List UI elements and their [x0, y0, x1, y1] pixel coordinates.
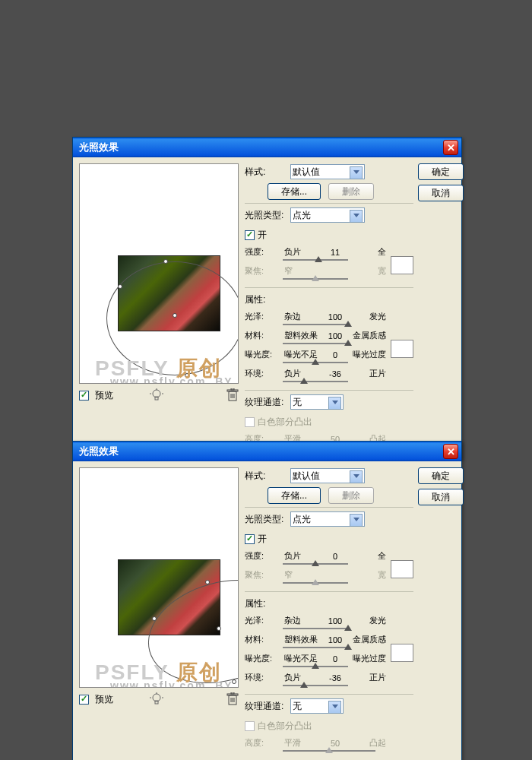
exposure-label: 曝光度:: [245, 349, 283, 360]
height-label: 高度:: [245, 737, 283, 749]
trash-icon[interactable]: [226, 388, 239, 402]
light-handle[interactable]: [173, 313, 177, 318]
preview-label: 预览: [95, 389, 113, 402]
dialog-body: PSFLY 原创教程 www.psfly.com BY ARLEE 预览 样式:…: [73, 157, 461, 458]
white-high-checkbox: [245, 417, 255, 427]
watermark: www.psfly.com BY ARLEE: [110, 679, 238, 688]
light-handle[interactable]: [163, 259, 168, 264]
ambience-color-swatch[interactable]: [391, 340, 413, 358]
texture-select[interactable]: 无: [290, 698, 344, 714]
titlebar[interactable]: 光照效果 ✕: [73, 138, 461, 157]
controls: 样式: 默认值 存储... 删除 光照类型: 点光 开 强度:负片0全: [245, 467, 413, 756]
save-button[interactable]: 存储...: [268, 487, 321, 504]
ambience-label: 环境:: [245, 672, 283, 683]
delete-button[interactable]: 删除: [328, 183, 374, 200]
light-color-swatch[interactable]: [391, 560, 413, 578]
bulb-icon[interactable]: [150, 388, 163, 402]
ambience-label: 环境:: [245, 368, 283, 379]
lighting-effects-dialog-1: 光照效果 ✕ PSFLY 原创教程 www.psfly.com BY ARLEE…: [72, 137, 462, 459]
preview-frame[interactable]: PSFLY 原创教程 www.psfly.com BY ARLEE: [79, 467, 239, 688]
focus-slider: [283, 582, 348, 584]
style-select[interactable]: 默认值: [290, 468, 365, 483]
light-handle[interactable]: [118, 284, 122, 289]
texture-label: 纹理通道:: [245, 396, 287, 409]
preview-column: PSFLY 原创教程 www.psfly.com BY ARLEE 预览: [79, 163, 239, 452]
preview-column: PSFLY 原创教程 www.psfly.com BY ARLEE 预览: [79, 467, 239, 756]
height-slider: [283, 750, 375, 752]
controls-column: 样式: 默认值 存储... 删除 光照类型: 点光 开 强度:负片11全: [245, 163, 464, 452]
gloss-slider[interactable]: [283, 324, 348, 325]
focus-label: 聚焦:: [245, 265, 283, 277]
preview-toolbar: 预览: [79, 692, 239, 706]
light-handle[interactable]: [205, 580, 210, 584]
save-button[interactable]: 存储...: [268, 183, 321, 200]
controls-column: 样式: 默认值 存储... 删除 光照类型: 点光 开 强度:负片0全: [245, 467, 464, 756]
trash-icon[interactable]: [226, 692, 239, 706]
material-label: 材料:: [245, 634, 283, 645]
preview-checkbox[interactable]: [79, 695, 89, 705]
material-slider[interactable]: [283, 647, 348, 648]
material-label: 材料:: [245, 330, 283, 341]
cancel-button[interactable]: 取消: [418, 489, 464, 505]
on-checkbox[interactable]: [245, 230, 255, 240]
titlebar[interactable]: 光照效果 ✕: [73, 442, 461, 461]
watermark: www.psfly.com BY ARLEE: [110, 375, 238, 384]
controls: 样式: 默认值 存储... 删除 光照类型: 点光 开 强度:负片11全: [245, 163, 413, 452]
properties-label: 属性:: [245, 597, 265, 610]
button-column: 确定 取消: [418, 467, 464, 756]
dialog-title: 光照效果: [79, 141, 443, 154]
lighting-effects-dialog-2: 光照效果 ✕ PSFLY 原创教程 www.psfly.com BY ARLEE…: [72, 441, 462, 760]
cancel-button[interactable]: 取消: [418, 185, 464, 201]
preview-label: 预览: [95, 693, 113, 706]
light-handle[interactable]: [152, 616, 157, 621]
intensity-slider[interactable]: [283, 563, 348, 565]
intensity-slider[interactable]: [283, 259, 348, 261]
exposure-slider[interactable]: [283, 666, 348, 667]
ambience-color-swatch[interactable]: [391, 644, 413, 662]
light-color-swatch[interactable]: [391, 256, 413, 274]
white-high-label: 白色部分凸出: [258, 720, 312, 733]
ambience-slider[interactable]: [283, 381, 348, 382]
on-label: 开: [258, 533, 267, 546]
focus-label: 聚焦:: [245, 569, 283, 581]
intensity-label: 强度:: [245, 550, 283, 562]
gloss-label: 光泽:: [245, 311, 283, 322]
preview-toolbar: 预览: [79, 388, 239, 402]
light-handle[interactable]: [217, 626, 221, 631]
preview-checkbox[interactable]: [79, 391, 89, 401]
light-type-select[interactable]: 点光: [290, 207, 365, 223]
on-checkbox[interactable]: [245, 534, 255, 544]
texture-select[interactable]: 无: [290, 394, 344, 410]
svg-rect-18: [231, 692, 234, 694]
ambience-slider[interactable]: [283, 685, 348, 686]
svg-rect-7: [231, 388, 234, 390]
texture-label: 纹理通道:: [245, 700, 287, 713]
white-high-checkbox: [245, 721, 255, 731]
bulb-icon[interactable]: [150, 692, 163, 706]
gloss-label: 光泽:: [245, 615, 283, 626]
exposure-slider[interactable]: [283, 362, 348, 363]
style-label: 样式:: [245, 166, 287, 179]
delete-button[interactable]: 删除: [328, 487, 374, 504]
style-select[interactable]: 默认值: [290, 164, 365, 179]
close-icon[interactable]: ✕: [443, 140, 458, 155]
dialog-body: PSFLY 原创教程 www.psfly.com BY ARLEE 预览 样式:…: [73, 461, 461, 760]
light-type-select[interactable]: 点光: [290, 511, 365, 527]
white-high-label: 白色部分凸出: [258, 416, 312, 429]
ok-button[interactable]: 确定: [418, 163, 464, 180]
gloss-slider[interactable]: [283, 628, 348, 629]
exposure-label: 曝光度:: [245, 653, 283, 664]
properties-label: 属性:: [245, 293, 265, 306]
dialog-title: 光照效果: [79, 445, 443, 458]
intensity-label: 强度:: [245, 246, 283, 258]
light-type-label: 光照类型:: [245, 513, 287, 526]
close-icon[interactable]: ✕: [443, 444, 458, 459]
focus-slider: [283, 278, 348, 280]
style-label: 样式:: [245, 470, 287, 483]
ok-button[interactable]: 确定: [418, 467, 464, 484]
button-column: 确定 取消: [418, 163, 464, 452]
preview-frame[interactable]: PSFLY 原创教程 www.psfly.com BY ARLEE: [79, 163, 239, 384]
on-label: 开: [258, 229, 267, 242]
material-slider[interactable]: [283, 343, 348, 344]
light-type-label: 光照类型:: [245, 209, 287, 222]
